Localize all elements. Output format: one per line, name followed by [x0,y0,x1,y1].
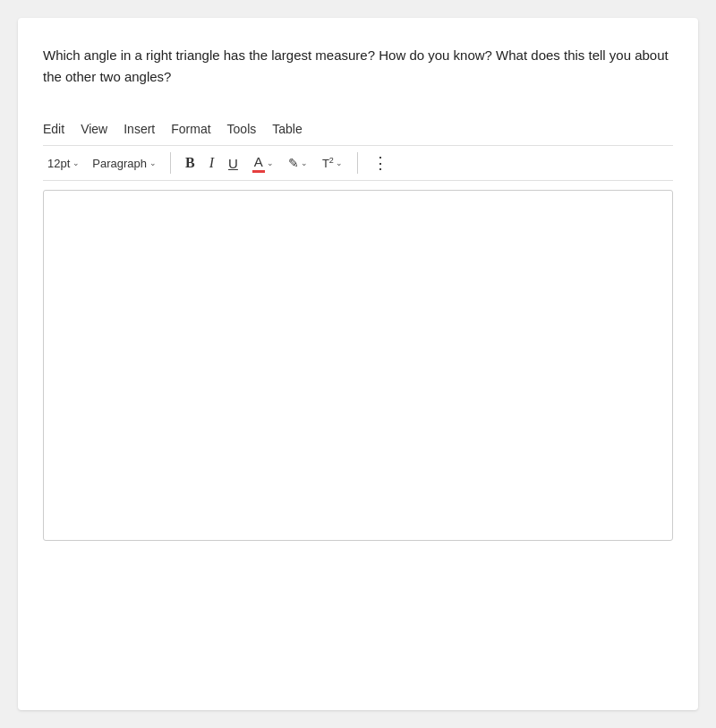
more-options-button[interactable]: ⋮ [367,150,395,176]
highlight-chevron-icon: ⌄ [301,158,308,167]
bold-button[interactable]: B [180,151,200,175]
font-color-label: A [254,154,263,169]
menu-bar: Edit View Insert Format Tools Table [43,120,673,138]
menu-edit[interactable]: Edit [43,120,64,138]
menu-tools[interactable]: Tools [227,120,257,138]
underline-button[interactable]: U [223,152,243,175]
toolbar: 12pt ⌄ Paragraph ⌄ B I U A ⌄ ✎ ⌄ [43,145,673,181]
menu-table[interactable]: Table [272,120,302,138]
editor-area[interactable] [43,190,673,541]
font-size-dropdown[interactable]: 12pt ⌄ [43,154,84,173]
menu-view[interactable]: View [81,120,107,138]
paragraph-chevron-icon: ⌄ [149,158,157,167]
superscript-chevron-icon: ⌄ [336,158,343,167]
toolbar-divider-1 [170,152,171,174]
paragraph-style-value: Paragraph [92,157,147,170]
menu-format[interactable]: Format [171,120,210,138]
font-color-button[interactable]: A ⌄ [247,150,279,176]
font-size-value: 12pt [47,157,70,170]
question-text: Which angle in a right triangle has the … [43,45,673,88]
paragraph-style-dropdown[interactable]: Paragraph ⌄ [88,154,161,173]
highlight-label: ✎ [288,156,299,170]
superscript-label: T2 [322,156,334,170]
italic-button[interactable]: I [204,151,219,175]
font-color-chevron-icon: ⌄ [267,158,274,167]
font-size-chevron-icon: ⌄ [72,158,80,167]
page-container: Which angle in a right triangle has the … [18,18,698,710]
font-color-indicator [252,170,265,173]
menu-insert[interactable]: Insert [124,120,155,138]
highlight-button[interactable]: ✎ ⌄ [283,152,313,174]
editor-content[interactable] [44,191,672,540]
toolbar-divider-2 [357,152,358,174]
superscript-button[interactable]: T2 ⌄ [317,152,348,174]
